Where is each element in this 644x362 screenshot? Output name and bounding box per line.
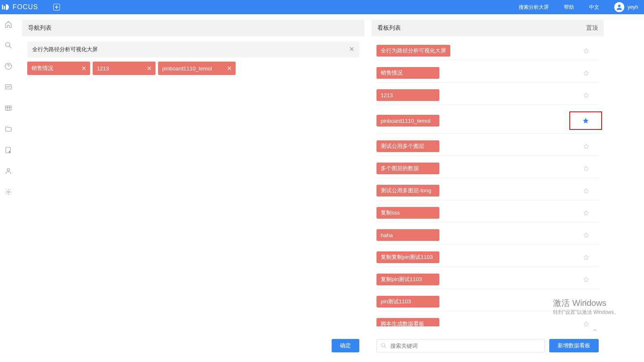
- pin-star-button[interactable]: [574, 163, 599, 174]
- dashboard-chip[interactable]: 复制复制pin测试1103: [377, 251, 439, 263]
- nav-chip[interactable]: pinboard1110_temol: [158, 62, 236, 75]
- nav-link-language[interactable]: 中文: [589, 4, 599, 11]
- sidebar: [0, 14, 17, 362]
- chip-label: pinboard1110_temol: [162, 65, 212, 72]
- nav-link-search-analysis[interactable]: 搜索分析大屏: [519, 4, 549, 11]
- close-icon[interactable]: [227, 65, 231, 72]
- sidebar-home[interactable]: [4, 20, 13, 28]
- close-icon[interactable]: [147, 65, 151, 72]
- chevron-up-icon[interactable]: [592, 327, 598, 335]
- pin-star-button[interactable]: [574, 207, 599, 219]
- dashboard-chip[interactable]: 复制sss: [377, 207, 439, 219]
- pin-star-button[interactable]: [574, 185, 599, 197]
- dashboard-list-body: 全行为路径分析可视化大屏销售情况1213pinboard1110_temol测试…: [371, 36, 604, 326]
- pin-star-button[interactable]: [574, 67, 599, 79]
- dashboard-row: 测试公用多图层-tong: [377, 181, 599, 200]
- nav-list-body: 全行为路径分析可视化大屏 销售情况1213pinboard1110_temol: [22, 36, 364, 335]
- search-input[interactable]: [377, 339, 545, 352]
- svg-rect-0: [2, 5, 3, 10]
- nav-list-title: 导航列表: [28, 24, 52, 32]
- nav-title-row[interactable]: 全行为路径分析可视化大屏: [27, 41, 359, 57]
- nav-list-footer: 确定: [22, 335, 364, 357]
- pin-star-button[interactable]: [574, 251, 599, 263]
- dashboard-chip[interactable]: 复制pin测试1103: [377, 274, 439, 285]
- svg-point-11: [382, 344, 385, 347]
- nav-list-panel: 导航列表 全行为路径分析可视化大屏 销售情况1213pinboard1110_t…: [22, 20, 364, 357]
- user-menu[interactable]: yeyh: [614, 2, 638, 12]
- dashboard-row: 全行为路径分析可视化大屏: [377, 41, 599, 60]
- main-container: 导航列表 全行为路径分析可视化大屏 销售情况1213pinboard1110_t…: [0, 14, 644, 362]
- nav-list-header: 导航列表: [22, 20, 364, 36]
- search-icon: [381, 343, 387, 349]
- dashboard-chip[interactable]: pinboard1110_temol: [377, 115, 439, 127]
- svg-point-9: [7, 168, 10, 171]
- sidebar-help[interactable]: [4, 62, 13, 70]
- dashboard-chip[interactable]: 测试公用多个图层: [377, 140, 439, 152]
- dashboard-row: 多个图层的数据: [377, 159, 599, 178]
- dashboard-row: 1213: [377, 86, 599, 105]
- nav-chip[interactable]: 销售情况: [27, 62, 90, 75]
- sidebar-search[interactable]: [4, 41, 13, 49]
- logo-text: FOCUS: [13, 3, 38, 11]
- pin-star-button[interactable]: [574, 140, 599, 152]
- pin-star-button[interactable]: [574, 89, 599, 101]
- logo-icon: [1, 3, 10, 12]
- nav-link-help[interactable]: 帮助: [564, 4, 574, 11]
- dashboard-row: 复制pin测试1103: [377, 270, 599, 289]
- dashboard-chip[interactable]: pin测试1103: [377, 296, 439, 308]
- dashboard-chip[interactable]: 测试公用多图层-tong: [377, 185, 439, 197]
- sidebar-data[interactable]: [4, 146, 13, 154]
- svg-rect-1: [4, 6, 5, 9]
- dashboard-row: 测试公用多个图层: [377, 137, 599, 156]
- dashboard-chip[interactable]: 脚本生成数据看板: [377, 318, 439, 326]
- close-icon[interactable]: [349, 46, 354, 53]
- dashboard-chip[interactable]: 全行为路径分析可视化大屏: [377, 45, 450, 57]
- sidebar-chart[interactable]: [4, 83, 13, 91]
- svg-point-2: [618, 5, 621, 7]
- dashboard-list-panel: 看板列表 置顶 全行为路径分析可视化大屏销售情况1213pinboard1110…: [371, 20, 604, 357]
- chip-row: 销售情况1213pinboard1110_temol: [27, 62, 359, 75]
- add-dashboard-button[interactable]: 新增数据看板: [549, 339, 599, 352]
- dashboard-chip[interactable]: 销售情况: [377, 67, 439, 79]
- nav-chip[interactable]: 1213: [93, 62, 156, 75]
- sidebar-user[interactable]: [4, 167, 13, 175]
- top-bar: FOCUS 搜索分析大屏 帮助 中文 yeyh: [0, 0, 644, 14]
- pin-star-button[interactable]: [574, 274, 599, 285]
- username: yeyh: [628, 4, 638, 10]
- dashboard-row: haha: [377, 226, 599, 245]
- dashboard-chip[interactable]: 1213: [377, 89, 439, 101]
- chip-label: 销售情况: [31, 65, 53, 72]
- top-right-nav: 搜索分析大屏 帮助 中文 yeyh: [519, 2, 638, 12]
- dashboard-list-footer: 新增数据看板: [371, 335, 604, 357]
- dashboard-row: 复制复制pin测试1103: [377, 248, 599, 267]
- dashboard-chip[interactable]: haha: [377, 229, 439, 241]
- sidebar-settings[interactable]: [4, 188, 13, 196]
- svg-point-8: [9, 151, 10, 153]
- pin-star-button[interactable]: [574, 229, 599, 241]
- dashboard-row: 脚本生成数据看板: [377, 315, 599, 326]
- collapse-row: [371, 326, 604, 335]
- pin-star-button[interactable]: [574, 318, 599, 326]
- main-content: 导航列表 全行为路径分析可视化大屏 销售情况1213pinboard1110_t…: [17, 14, 644, 362]
- dashboard-chip[interactable]: 多个图层的数据: [377, 163, 439, 174]
- dashboard-list-header: 看板列表 置顶: [371, 20, 604, 36]
- logo[interactable]: FOCUS: [1, 3, 38, 12]
- sidebar-table[interactable]: [4, 104, 13, 112]
- svg-point-3: [5, 42, 10, 47]
- close-icon[interactable]: [82, 65, 86, 72]
- confirm-button[interactable]: 确定: [332, 339, 359, 352]
- pin-column-label: 置顶: [586, 24, 598, 32]
- sidebar-folder[interactable]: [4, 125, 13, 133]
- dashboard-list-title: 看板列表: [377, 24, 401, 32]
- pin-star-button[interactable]: [574, 45, 599, 57]
- add-tab-button[interactable]: [53, 4, 60, 10]
- dashboard-row: pinboard1110_temol: [377, 108, 599, 134]
- chip-label: 1213: [97, 65, 109, 72]
- dashboard-row: pin测试1103: [377, 292, 599, 311]
- dashboard-row: 复制sss: [377, 204, 599, 222]
- svg-rect-6: [5, 106, 11, 111]
- dashboard-row: 销售情况: [377, 64, 599, 83]
- pin-star-button[interactable]: [569, 111, 602, 130]
- pin-star-button[interactable]: [574, 296, 599, 308]
- search-box: [377, 339, 545, 352]
